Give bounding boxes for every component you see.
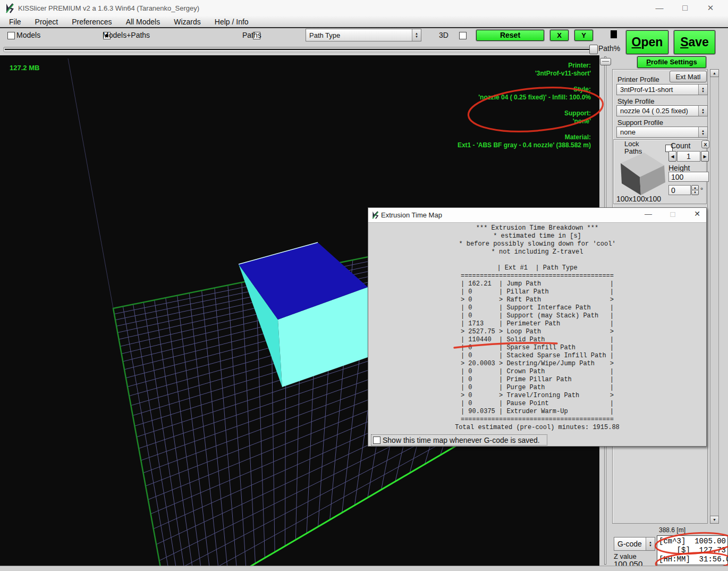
kisslicer-logo-icon: [371, 211, 379, 219]
spinner-icon[interactable]: ▲ ▼: [646, 538, 655, 550]
extrusion-time-map-dialog: Extrusion Time Map — □ ✕ *** Extrusion T…: [368, 207, 707, 447]
breakdown-line: | 1713 | Perimeter Path |: [368, 320, 706, 328]
y-axis-button[interactable]: Y: [574, 30, 593, 41]
breakdown-line: * estimated time in [s]: [368, 232, 706, 240]
save-button[interactable]: Save: [674, 30, 715, 54]
printer-profile-select[interactable]: 3ntProf-v11-short ▲ ▼: [616, 84, 708, 95]
layer-slider-handle[interactable]: [589, 45, 598, 54]
dialog-minimize-icon[interactable]: —: [640, 209, 656, 218]
breakdown-line: | 0 | Pause Point |: [368, 400, 706, 408]
model-dimensions-label: 100x100x100: [616, 195, 661, 203]
down-arrow-icon[interactable]: ▼: [701, 132, 705, 136]
3d-label: 3D: [439, 31, 448, 39]
height-field[interactable]: 100: [668, 172, 709, 182]
delete-model-button[interactable]: X: [701, 140, 709, 148]
slice-info-block: Printer: '3ntProf-v11-short' Style: 'noz…: [458, 62, 591, 149]
spinner-icon[interactable]: ▲ ▼: [698, 127, 707, 137]
filament-length-label: 388.6 [m]: [632, 526, 712, 534]
rotation-down-icon[interactable]: ▼: [691, 190, 699, 195]
menu-item[interactable]: Wizards: [167, 18, 208, 26]
scroll-down-icon[interactable]: ▼: [710, 516, 719, 524]
count-increment-icon[interactable]: ▶: [701, 151, 709, 162]
show-time-map-option[interactable]: Show this time map whenever G-code is sa…: [371, 434, 547, 446]
breakdown-line: * not including Z-travel: [368, 248, 706, 256]
breakdown-line: > 0 > Travel/Ironing Path >: [368, 392, 706, 400]
down-arrow-icon[interactable]: ▼: [415, 35, 418, 38]
kisslicer-window: KISSlicer PREMIUM v2 a 1.6.3 Win64 (Tara…: [0, 0, 728, 571]
minimize-icon[interactable]: —: [651, 3, 667, 13]
menu-item[interactable]: Preferences: [65, 18, 118, 26]
close-icon[interactable]: ✕: [702, 3, 718, 13]
estimate-readout: [cm^3] 1005.00 [$] 127.73[HH:MM] 31:56.0: [657, 535, 728, 565]
breakdown-line: | 0 | Support (may Stack) Path |: [368, 312, 706, 320]
breakdown-line: | Ext #1 | Path Type: [368, 264, 706, 272]
layer-slider-track[interactable]: [3, 47, 595, 52]
menu-item[interactable]: Project: [28, 18, 65, 26]
breakdown-line: Total estimated (pre-cool) minutes: 1915…: [368, 424, 706, 432]
down-arrow-icon[interactable]: ▼: [701, 90, 705, 93]
gcode-value: G-code: [614, 540, 646, 548]
open-button[interactable]: Open: [626, 30, 668, 54]
printer-profile-label: Printer Profile: [617, 75, 659, 83]
x-axis-button[interactable]: X: [550, 30, 569, 41]
gcode-select[interactable]: G-code ▲ ▼: [614, 537, 655, 551]
breakdown-line: ========================================: [368, 416, 706, 424]
breakdown-line: ========================================: [368, 272, 706, 280]
show-time-map-checkbox[interactable]: [373, 436, 380, 444]
maximize-icon[interactable]: □: [677, 3, 693, 13]
spinner-icon[interactable]: ▲ ▼: [698, 106, 707, 116]
path-type-value: Path Type: [306, 31, 412, 39]
breakdown-line: | 0 | Stacked Sparse Infill Path |: [368, 352, 706, 360]
printer-profile-value: 3ntProf-v11-short: [617, 86, 698, 94]
dialog-title: Extrusion Time Map: [381, 211, 442, 219]
ext-matl-button[interactable]: Ext Matl: [670, 71, 707, 82]
3d-checkbox[interactable]: [459, 32, 467, 39]
estimate-line: [HH:MM] 31:56.0: [659, 555, 727, 564]
support-label: Support:: [458, 110, 591, 117]
breakdown-line: > 2527.75 > Loop Path >: [368, 328, 706, 336]
menu-bar: FileProjectPreferencesAll ModelsWizardsH…: [0, 16, 728, 28]
paths-label: Paths: [242, 31, 261, 39]
axis-line: [68, 58, 113, 308]
spinner-icon[interactable]: ▲ ▼: [698, 85, 707, 95]
panel-scrollbar[interactable]: [710, 69, 719, 524]
path-type-select[interactable]: Path Type ▲ ▼: [306, 29, 421, 41]
kisslicer-logo-icon: [5, 3, 15, 13]
breakdown-line: > 20.0003 > Destring/Wipe/Jump Path >: [368, 360, 706, 368]
rotation-unit-label: °: [700, 186, 703, 194]
models-label: Models: [16, 31, 40, 39]
title-bar: KISSlicer PREMIUM v2 a 1.6.3 Win64 (Tara…: [0, 0, 728, 16]
show-time-map-label: Show this time map whenever G-code is sa…: [383, 436, 540, 444]
z-slider-handle[interactable]: [600, 58, 611, 65]
support-value: 'none': [458, 117, 591, 125]
breakdown-line: | 0 | Crown Path |: [368, 368, 706, 376]
menu-item[interactable]: File: [2, 18, 28, 26]
count-field[interactable]: 1: [677, 151, 700, 162]
support-profile-label: Support Profile: [617, 119, 663, 127]
menu-item[interactable]: All Models: [119, 18, 167, 26]
down-arrow-icon[interactable]: ▼: [649, 544, 652, 547]
rotation-field[interactable]: 0: [668, 185, 691, 195]
breakdown-line: > 0 > Raft Path >: [368, 296, 706, 304]
spinner-icon[interactable]: ▲ ▼: [412, 29, 421, 41]
dialog-close-icon[interactable]: ✕: [689, 209, 705, 218]
models-paths-label: Models+Paths: [103, 31, 150, 39]
style-profile-value: nozzle 04 ( 0.25 fixed): [617, 107, 698, 115]
style-value: 'nozzle 04 ( 0.25 fixed)' - Infill: 100.…: [458, 94, 591, 102]
reset-button[interactable]: Reset: [476, 30, 544, 41]
path-pct-label: Path%: [598, 44, 620, 53]
dialog-title-bar[interactable]: Extrusion Time Map — □ ✕: [368, 208, 706, 223]
menu-item[interactable]: Help / Info: [208, 18, 256, 26]
style-profile-select[interactable]: nozzle 04 ( 0.25 fixed) ▲ ▼: [616, 105, 708, 116]
profile-settings-button[interactable]: Profile Settings: [637, 56, 706, 68]
path-color-swatch[interactable]: [611, 30, 617, 38]
model-thumbnail-cube[interactable]: [616, 150, 666, 196]
breakdown-line: | 0 | Purge Path |: [368, 384, 706, 392]
down-arrow-icon[interactable]: ▼: [701, 111, 705, 114]
breakdown-line: *** Extrusion Time Breakdown ***: [368, 224, 706, 232]
count-label: Count: [671, 141, 690, 150]
scroll-up-icon[interactable]: ▲: [710, 69, 719, 77]
count-decrement-icon[interactable]: ◀: [668, 151, 676, 162]
models-checkbox[interactable]: [7, 32, 15, 39]
support-profile-select[interactable]: none ▲ ▼: [616, 127, 708, 138]
